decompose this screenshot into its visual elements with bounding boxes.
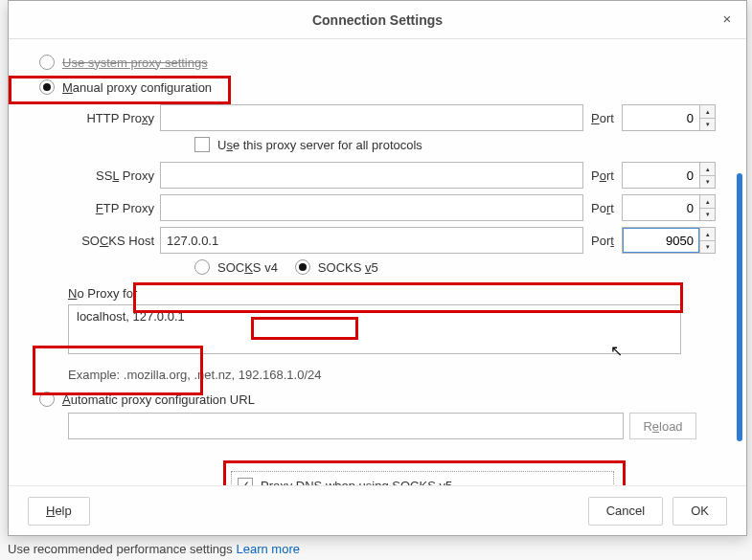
radio-socks-v4-label: SOCKS v4	[217, 260, 278, 275]
close-icon[interactable]: ×	[716, 9, 739, 32]
proxy-dns-row[interactable]: Proxy DNS when using SOCKS v5	[231, 471, 614, 485]
bg-learn-more-link[interactable]: Learn more	[236, 542, 299, 556]
scrollbar[interactable]	[737, 173, 742, 441]
http-proxy-input[interactable]	[160, 104, 583, 131]
radio-manual-proxy[interactable]	[39, 79, 55, 95]
auto-config-url-input[interactable]	[68, 413, 624, 439]
radio-socks-v5-label: SOCKS v5	[318, 260, 378, 275]
socks-port-spinner[interactable]: ▴▾	[700, 227, 716, 254]
bg-perf-text: Use recommended performance settings	[8, 542, 233, 556]
ftp-proxy-label: FTP Proxy	[68, 201, 160, 215]
ssl-port-spinner[interactable]: ▴▾	[700, 162, 716, 189]
radio-system-proxy-label: Use system proxy settings	[62, 56, 208, 70]
ftp-port-spinner[interactable]: ▴▾	[700, 194, 716, 221]
ssl-port-input[interactable]	[622, 162, 700, 189]
ssl-proxy-label: SSL Proxy	[68, 168, 160, 183]
radio-system-proxy[interactable]	[39, 55, 55, 70]
socks-host-label: SOCKS Host	[68, 234, 160, 248]
http-port-spinner[interactable]: ▴▾	[700, 104, 716, 131]
ssl-port-label: Port	[583, 168, 622, 183]
http-proxy-row: HTTP Proxy Port ▴▾	[68, 104, 716, 131]
use-for-all-checkbox[interactable]	[194, 137, 210, 152]
http-proxy-label: HTTP Proxy	[68, 111, 160, 125]
ftp-proxy-row: FTP Proxy Port ▴▾	[68, 194, 716, 221]
help-button[interactable]: Help	[28, 497, 90, 526]
socks-host-input[interactable]	[160, 227, 583, 254]
dialog-title: Connection Settings	[312, 12, 443, 28]
radio-socks-v4[interactable]	[194, 259, 210, 275]
ftp-port-input[interactable]	[622, 194, 700, 221]
bg-performance-row: Use recommended performance settings Lea…	[8, 542, 300, 556]
http-port-input[interactable]	[622, 104, 700, 131]
ssl-proxy-row: SSL Proxy Port ▴▾	[68, 162, 716, 189]
no-proxy-label: No Proxy for	[68, 286, 716, 301]
socks-host-row: SOCKS Host Port ▴▾	[68, 227, 716, 254]
scrollbar-thumb[interactable]	[737, 173, 742, 441]
ftp-port-label: Port	[583, 201, 622, 215]
http-port-label: Port	[583, 111, 622, 125]
use-for-all-row[interactable]: Use this proxy server for all protocols	[194, 137, 716, 152]
radio-row-system[interactable]: Use system proxy settings	[39, 55, 716, 70]
dialog-body: Use system proxy settings Manual proxy c…	[9, 39, 746, 485]
radio-row-auto[interactable]: Automatic proxy configuration URL	[39, 392, 716, 407]
proxy-dns-label: Proxy DNS when using SOCKS v5	[261, 479, 452, 486]
socks-port-input[interactable]	[622, 227, 700, 254]
titlebar: Connection Settings ×	[9, 1, 746, 39]
socks-version-row: SOCKS v4 SOCKS v5	[194, 259, 716, 275]
connection-settings-dialog: Connection Settings × Use system proxy s…	[8, 0, 747, 536]
button-bar: Help Cancel OK	[9, 485, 746, 535]
radio-auto-config-label: Automatic proxy configuration URL	[62, 392, 255, 407]
reload-button[interactable]: Reload	[629, 413, 696, 439]
proxy-dns-checkbox[interactable]	[238, 478, 253, 485]
ssl-proxy-input[interactable]	[160, 162, 583, 189]
no-proxy-input[interactable]: localhost, 127.0.0.1	[68, 304, 681, 354]
ftp-proxy-input[interactable]	[160, 194, 583, 221]
radio-auto-config[interactable]	[39, 392, 55, 407]
ok-button[interactable]: OK	[672, 497, 727, 526]
no-proxy-example: Example: .mozilla.org, .net.nz, 192.168.…	[68, 368, 716, 382]
radio-manual-proxy-label: Manual proxy configuration	[62, 80, 212, 95]
radio-socks-v5[interactable]	[295, 259, 310, 275]
cancel-button[interactable]: Cancel	[588, 497, 663, 526]
use-for-all-label: Use this proxy server for all protocols	[217, 138, 422, 152]
radio-row-manual[interactable]: Manual proxy configuration	[39, 79, 716, 95]
socks-port-label: Port	[583, 234, 622, 248]
